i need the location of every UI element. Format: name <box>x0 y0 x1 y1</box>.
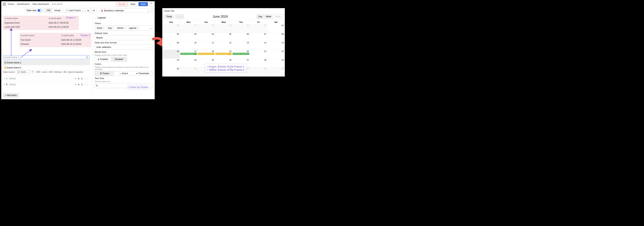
query-row-b[interactable]: › B (Static) ⧉ ◉ 🗑 ⋮⋮ <box>3 82 90 87</box>
today-button[interactable]: Today <box>164 14 174 19</box>
cal-cell[interactable]: 24 <box>180 58 198 67</box>
cal-cell[interactable]: 27 <box>180 24 198 33</box>
cal-cell[interactable]: 30 <box>232 24 250 33</box>
query-inspector-link[interactable]: Query inspector <box>68 71 83 73</box>
cal-cell[interactable]: 08 <box>267 33 285 41</box>
cal-cell[interactable]: 29 <box>267 58 285 67</box>
collapse-icon[interactable]: ⌃ <box>149 2 153 6</box>
cal-cell[interactable]: 02 <box>162 33 180 41</box>
cal-cell[interactable]: 179:00 AM Important ... <box>180 50 198 58</box>
close-icon[interactable]: × <box>137 27 138 29</box>
chip-month[interactable]: Month× <box>116 26 126 30</box>
cal-cell[interactable]: 16 <box>162 50 180 58</box>
toggle-switch-icon[interactable] <box>38 9 42 12</box>
cal-cell[interactable]: 05 <box>215 33 232 41</box>
refresh-icon[interactable]: ⟳ <box>92 8 96 13</box>
layout-section-header[interactable]: ⌄ Layout <box>95 15 152 21</box>
dtf-select[interactable]: User selection ⌄ <box>95 45 152 49</box>
cal-cell[interactable]: 07 <box>250 33 267 41</box>
add-query-button[interactable]: + Add query <box>3 93 18 97</box>
color-event-button[interactable]: ▭ Event <box>114 71 133 76</box>
duplicate-icon[interactable]: ⧉ <box>75 83 76 86</box>
color-frame-button[interactable]: ☰ Frame <box>95 71 114 76</box>
cal-cell[interactable]: 06 <box>267 67 285 76</box>
disabled-button[interactable]: Disabled <box>111 57 127 61</box>
chip-agenda[interactable]: Agenda× <box>128 26 140 30</box>
trash-icon[interactable]: 🗑 <box>81 77 83 80</box>
cal-cell[interactable]: 10 <box>180 41 198 50</box>
duplicate-icon[interactable]: ⧉ <box>75 77 76 80</box>
table-view-toggle[interactable]: Table view <box>25 8 44 12</box>
cal-cell[interactable]: 12 <box>215 41 232 50</box>
breadcrumb-dashboards[interactable]: Dashboards <box>17 3 30 5</box>
apply-button[interactable]: Apply <box>138 2 148 6</box>
week-view-button[interactable]: Week <box>264 14 273 18</box>
eye-icon[interactable]: ◉ <box>78 83 80 86</box>
cal-cell[interactable]: 04 <box>198 33 215 41</box>
cal-cell[interactable]: 09 <box>162 41 180 50</box>
actual-button[interactable]: Actual <box>52 8 62 12</box>
month-view-button[interactable]: Month <box>273 14 283 18</box>
views-chip-row[interactable]: Week× Day× Month× Agenda× ⌄ <box>95 25 152 31</box>
cal-cell[interactable]: 29 <box>215 24 232 33</box>
time-range-picker[interactable]: 🕘 Last 6 hours ⌄ <box>64 8 85 12</box>
cal-cell[interactable]: 23 <box>162 58 180 67</box>
cal-event[interactable]: 11:00 AM Fun Event <box>198 53 214 55</box>
dropdown-item[interactable]: Events-frame-1 <box>3 60 90 65</box>
cal-cell[interactable]: 26 <box>162 24 180 33</box>
legend-line-1: Green: Events of the Frame 1 <box>208 65 244 68</box>
cal-cell[interactable]: 22 <box>267 50 285 58</box>
drag-icon[interactable]: ⋮⋮ <box>84 83 89 86</box>
cal-cell[interactable]: 31 <box>250 24 267 33</box>
enabled-button[interactable]: ⊘ Enabled <box>95 57 111 61</box>
trash-icon[interactable]: 🗑 <box>81 83 83 86</box>
fill-button[interactable]: Fill <box>45 8 52 12</box>
cal-cell[interactable]: 2012:00 PM Lunch wit... <box>232 50 250 58</box>
cal-cell[interactable]: 15 <box>267 41 285 50</box>
cal-cell[interactable]: 03 <box>180 33 198 41</box>
frame-search-input[interactable]: Events-frame-1 🔍 <box>3 55 90 59</box>
next-button[interactable]: › <box>180 14 184 19</box>
menu-icon[interactable] <box>3 3 6 5</box>
discard-button[interactable]: Discard <box>116 2 128 6</box>
cal-event[interactable]: 12:00 PM Lunch wit... <box>232 53 249 55</box>
prev-button[interactable]: ‹ <box>176 14 180 19</box>
save-button[interactable]: Save <box>128 2 138 6</box>
cal-cell[interactable]: 13 <box>232 41 250 50</box>
cal-cell[interactable]: 30 <box>162 67 180 76</box>
query-row-a[interactable]: › A (Static) ⧉ ◉ 🗑 ⋮⋮ <box>3 76 90 81</box>
ds-select[interactable]: ⚡ Static ⌄ <box>16 70 30 74</box>
chevron-down-icon[interactable]: ⌄ <box>150 27 152 29</box>
chip-day[interactable]: Day× <box>106 26 115 30</box>
cal-event[interactable]: 9:00 AM Important ... <box>180 53 197 55</box>
chip-week[interactable]: Week× <box>96 26 106 30</box>
chevron-right-icon[interactable]: › <box>152 9 152 12</box>
close-icon[interactable]: × <box>103 27 104 29</box>
cal-cell[interactable]: 01 <box>267 24 285 33</box>
cal-cell[interactable]: 11 <box>198 41 215 50</box>
cal-cell[interactable]: 14 <box>250 41 267 50</box>
cal-event[interactable]: 9:00 PM Firework <box>215 53 232 55</box>
dropdown-item[interactable]: Events-frame-2 <box>3 65 90 70</box>
cal-cell[interactable]: 05 <box>250 67 267 76</box>
breadcrumb-new-dashboard[interactable]: New dashboard <box>32 3 49 5</box>
cal-cell[interactable]: 1811:00 AM Fun Event <box>198 50 215 58</box>
dow-thu: Thu <box>232 20 250 24</box>
close-icon[interactable]: × <box>124 27 125 29</box>
cal-cell[interactable]: 28 <box>198 24 215 33</box>
default-view-select[interactable]: Month ⌄ <box>95 35 152 40</box>
cal-cell[interactable]: 06 <box>232 33 250 41</box>
breadcrumb-home[interactable]: Home <box>8 3 14 5</box>
day-view-button[interactable]: Day <box>256 14 264 18</box>
eye-icon[interactable]: ◉ <box>78 77 80 80</box>
drag-icon[interactable]: ⋮⋮ <box>84 77 89 80</box>
close-icon[interactable]: × <box>112 27 114 29</box>
help-icon[interactable]: ? <box>31 71 34 73</box>
visualization-picker[interactable]: ▦ Business Calendar ⌄ › <box>99 8 154 13</box>
color-thresholds-button[interactable]: ● Thresholds <box>133 71 152 76</box>
cal-cell[interactable]: 01 <box>180 67 198 76</box>
cal-cell[interactable]: 21 <box>250 50 267 58</box>
zoom-out-icon[interactable]: ⊖ <box>86 8 91 13</box>
cal-cell[interactable]: 199:00 PM Firework <box>215 50 232 58</box>
cal-cell[interactable]: 28 <box>250 58 267 67</box>
